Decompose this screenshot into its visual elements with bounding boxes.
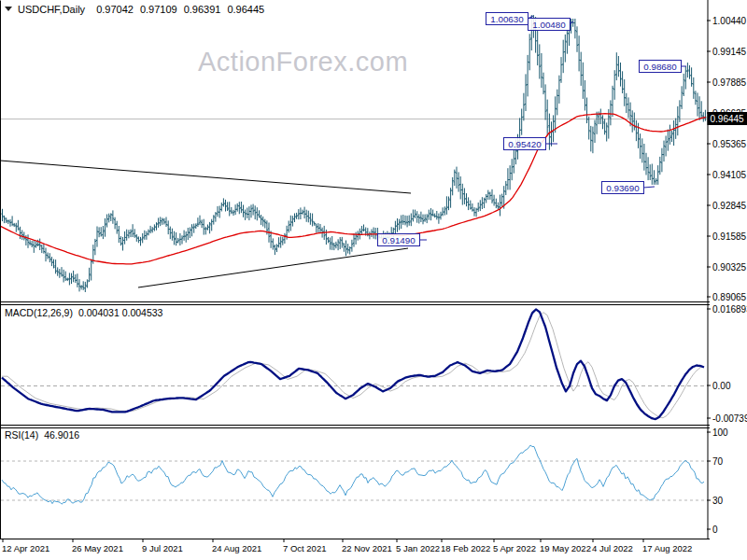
annotation-label: 0.98680 <box>643 62 677 72</box>
price-axis-label: 0.89065 <box>712 292 747 302</box>
price-axis-label: 1.00440 <box>712 16 747 26</box>
annotation-label: 0.95420 <box>508 139 542 149</box>
annotation-label: 0.93690 <box>606 183 640 193</box>
date-label: 18 Feb 2022 <box>441 543 490 553</box>
macd-axis-label: 0.00 <box>712 381 731 391</box>
trading-chart-window: 1.004400.991450.978850.966250.953650.941… <box>0 0 747 560</box>
annotation-connector <box>643 187 655 188</box>
rsi-axis-label: 100 <box>712 427 728 438</box>
rsi-axis-label: 30 <box>712 496 724 506</box>
price-axis-label: 0.95365 <box>712 139 747 149</box>
close-value: 0.96445 <box>227 4 264 15</box>
price-axis-label: 0.97885 <box>712 77 747 88</box>
current-price-value: 0.96445 <box>711 114 745 124</box>
macd-axis-label: 0.016893 <box>712 304 747 315</box>
macd-label: MACD(12,26,9) <box>5 307 73 318</box>
macd-signal-line <box>2 313 704 418</box>
trendline-1 <box>0 161 411 193</box>
annotation-label: 1.00630 <box>490 14 524 24</box>
date-label: 7 Oct 2021 <box>283 543 326 553</box>
macd-line <box>2 310 704 420</box>
open-value: 0.97042 <box>96 4 134 15</box>
date-label: 22 Nov 2021 <box>342 543 392 553</box>
date-label: 24 Aug 2021 <box>212 543 261 553</box>
rsi-line <box>2 445 704 504</box>
rsi-axis-label: 70 <box>712 456 724 467</box>
symbol-dropdown-icon[interactable] <box>5 7 12 11</box>
rsi-value: 46.9016 <box>44 429 79 441</box>
chart-canvas[interactable]: 1.004400.991450.978850.966250.953650.941… <box>0 0 747 560</box>
price-axis-label: 0.94105 <box>712 170 747 180</box>
macd-axis-label: -0.007393 <box>712 413 747 424</box>
chart-header: USDCHF,Daily0.970420.971090.963910.96445 <box>5 4 271 15</box>
macd-values: 0.004031 0.004533 <box>78 307 163 318</box>
price-axis-label: 0.91585 <box>712 231 747 242</box>
rsi-axis-label: 0 <box>712 525 718 535</box>
price-axis-label: 0.90325 <box>712 262 747 273</box>
symbol-timeframe-label: USDCHF,Daily <box>18 4 85 15</box>
date-label: 5 Jan 2022 <box>396 543 440 553</box>
trendline-2 <box>138 248 408 287</box>
low-value: 0.96391 <box>184 4 221 15</box>
actionforex-watermark: ActionForex.com <box>198 47 408 77</box>
date-label: 9 Jul 2021 <box>142 543 183 553</box>
annotation-label: 0.91490 <box>382 235 416 245</box>
date-label: 12 Apr 2021 <box>2 543 49 553</box>
high-value: 0.97109 <box>140 4 177 15</box>
rsi-label: RSI(14) <box>5 429 38 441</box>
date-label: 19 May 2022 <box>540 543 591 553</box>
price-axis-label: 0.99145 <box>712 47 747 57</box>
annotation-label: 1.00480 <box>532 20 566 30</box>
date-label: 5 Apr 2022 <box>493 543 536 553</box>
macd-panel-header: MACD(12,26,9)0.004031 0.004533 <box>5 307 168 318</box>
rsi-panel-header: RSI(14)46.9016 <box>5 429 85 441</box>
date-label: 26 May 2021 <box>72 543 123 553</box>
price-axis-label: 0.92845 <box>712 201 747 211</box>
date-label: 17 Aug 2022 <box>642 543 692 553</box>
date-label: 4 Jul 2022 <box>592 543 633 553</box>
